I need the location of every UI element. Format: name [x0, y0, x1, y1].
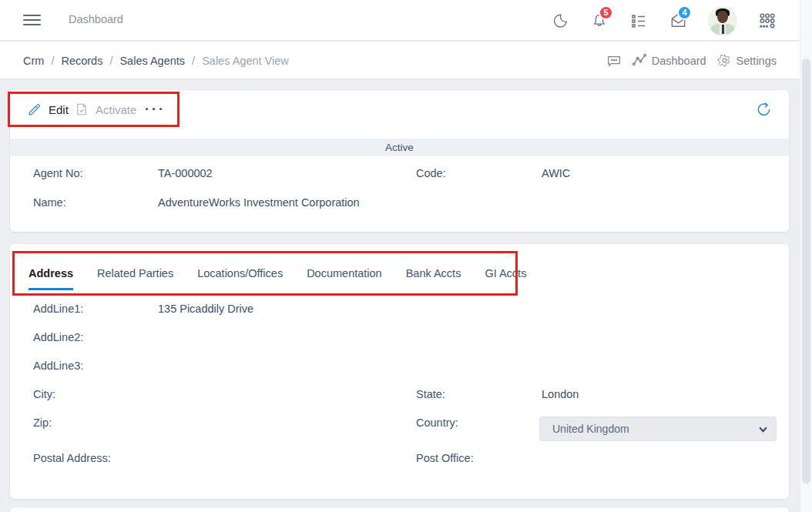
breadcrumb-separator: / [192, 55, 195, 67]
state-label: State: [416, 387, 445, 402]
refresh-button[interactable] [756, 102, 772, 118]
scrollbar-thumb[interactable] [802, 59, 810, 484]
breadcrumb-crm[interactable]: Crm [23, 55, 44, 67]
pencil-icon [27, 102, 42, 117]
city-label: City: [33, 387, 55, 402]
task-list-icon[interactable] [629, 12, 648, 30]
messages-badge: 4 [677, 5, 692, 20]
tab-gi-accts[interactable]: GI Accts [485, 267, 526, 290]
dashboard-link-label: Dashboard [652, 55, 706, 67]
status-bar: Active [10, 139, 789, 156]
settings-link[interactable]: Settings [717, 53, 777, 68]
breadcrumb-current: Sales Agent View [202, 55, 289, 67]
addline2-label: AddLine2: [33, 330, 83, 345]
country-label: Country: [416, 415, 458, 430]
code-value: AWIC [542, 166, 570, 181]
gear-icon [717, 53, 732, 68]
edit-button[interactable]: Edit [27, 90, 69, 129]
settings-link-label: Settings [737, 55, 777, 67]
addline1-label: AddLine1: [33, 301, 83, 316]
tab-address[interactable]: Address [29, 267, 73, 290]
country-select-value: United Kingdom [552, 423, 629, 435]
agent-no-value: TA-000002 [158, 166, 213, 181]
record-header-card: Edit Activate ··· Active Agent No: TA-00… [10, 90, 789, 232]
breadcrumb-sales-agents[interactable]: Sales Agents [119, 55, 185, 67]
state-value: London [542, 387, 579, 402]
tab-locations-offices[interactable]: Locations/Offices [197, 267, 283, 290]
mail-icon[interactable]: 4 [669, 12, 687, 30]
breadcrumb-separator: / [109, 55, 112, 67]
topbar-icons: 5 4 [551, 0, 777, 41]
breadcrumb-records[interactable]: Records [61, 55, 102, 67]
document-check-icon [75, 102, 89, 116]
country-select[interactable]: United Kingdom [539, 417, 777, 441]
detail-tabs: Address Related Parties Locations/Office… [29, 267, 526, 290]
chat-icon[interactable] [606, 53, 622, 69]
tab-documentation[interactable]: Documentation [307, 267, 382, 290]
name-label: Name: [33, 195, 66, 210]
tab-bank-accts[interactable]: Bank Accts [406, 267, 461, 290]
addline1-value: 135 Picaddily Drive [158, 301, 253, 316]
notifications-bell-icon[interactable]: 5 [590, 12, 609, 30]
breadcrumb-separator: / [51, 55, 54, 67]
breadcrumb-bar: Crm / Records / Sales Agents / Sales Age… [0, 42, 812, 79]
agent-no-label: Agent No: [33, 166, 83, 181]
graph-icon [632, 53, 647, 68]
postal-address-label: Postal Address: [33, 450, 111, 466]
code-label: Code: [416, 166, 446, 181]
refresh-icon [756, 102, 772, 118]
record-toolbar: Edit Activate ··· [10, 90, 789, 129]
chevron-down-icon [759, 427, 767, 433]
more-options-button[interactable]: ··· [145, 90, 166, 129]
post-office-label: Post Office: [416, 450, 474, 466]
tab-related-parties[interactable]: Related Parties [97, 267, 173, 290]
breadcrumb: Crm / Records / Sales Agents / Sales Age… [23, 42, 289, 79]
page-title: Dashboard [69, 13, 123, 25]
vertical-scrollbar[interactable] [800, 0, 812, 512]
dashboard-link[interactable]: Dashboard [632, 53, 706, 68]
name-value: AdventureWorks Investment Corporation [158, 195, 360, 210]
details-card: Address Related Parties Locations/Office… [10, 244, 789, 499]
apps-grid-icon[interactable] [758, 12, 777, 30]
breadcrumb-actions: Dashboard Settings [606, 42, 777, 79]
zip-label: Zip: [33, 415, 52, 430]
user-avatar[interactable] [708, 6, 737, 35]
top-navbar: Dashboard 5 4 [0, 0, 812, 41]
status-label: Active [385, 142, 414, 153]
activate-button-label: Activate [96, 103, 136, 116]
next-card-partial [10, 507, 789, 512]
hamburger-menu-icon[interactable] [23, 12, 41, 28]
activate-button[interactable]: Activate [75, 90, 136, 129]
app-window: Dashboard 5 4 C [0, 0, 812, 512]
notifications-badge: 5 [599, 5, 613, 20]
edit-button-label: Edit [49, 103, 69, 116]
dark-mode-moon-icon[interactable] [551, 12, 569, 30]
addline3-label: AddLine3: [33, 358, 83, 373]
